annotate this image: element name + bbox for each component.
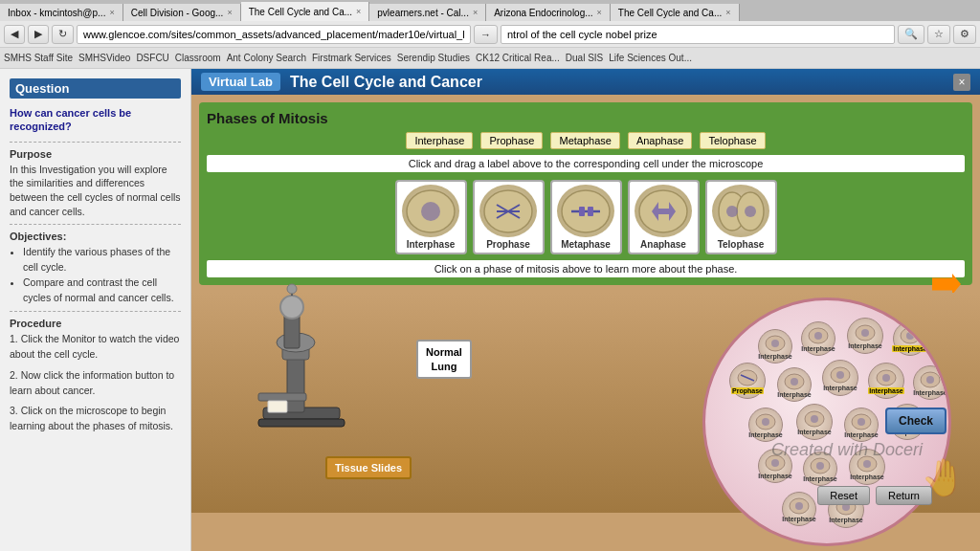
- tab-gmail[interactable]: Inbox - kmcintosh@p...×: [0, 4, 123, 21]
- cell-bubble: Interphase: [913, 365, 947, 400]
- cell-slot-3[interactable]: Anaphase: [628, 180, 700, 254]
- bookmark-ck12[interactable]: CK12 Critical Rea...: [476, 53, 560, 63]
- divider-3: [10, 311, 181, 312]
- cell-bubble: Interphase: [844, 408, 879, 442]
- cell-label-1: Prophase: [478, 239, 540, 250]
- procedure-title: Procedure: [10, 318, 181, 329]
- svg-point-1: [421, 202, 440, 221]
- microscope[interactable]: [206, 274, 397, 465]
- bookmark-classroom[interactable]: Classroom: [175, 53, 221, 63]
- objective-2: Compare and contrast the cell cycles of …: [23, 276, 181, 306]
- svg-point-32: [861, 329, 869, 337]
- phase-labels-container: Interphase Prophase Metaphase Anaphase T…: [207, 132, 965, 149]
- phases-panel: Phases of Mitosis Interphase Prophase Me…: [199, 102, 972, 285]
- bookmark-ant-colony[interactable]: Ant Colony Search: [227, 53, 306, 63]
- svg-point-40: [836, 371, 844, 379]
- svg-point-23: [287, 284, 297, 294]
- cell-image-4: [712, 185, 769, 237]
- cell-bubble: Interphase: [868, 363, 904, 399]
- cell-bubble: Interphase: [822, 360, 858, 396]
- doceri-watermark: Created with Doceri: [771, 440, 923, 460]
- svg-rect-26: [258, 419, 345, 427]
- cell-bubble: Interphase: [801, 321, 835, 356]
- bottom-buttons: Reset Return: [817, 486, 932, 505]
- normal-lung-label: NormalLung: [416, 340, 472, 379]
- bookmark-life-sciences[interactable]: Life Sciences Out...: [609, 53, 692, 63]
- cell-image-0: [402, 185, 459, 237]
- objective-1: Identify the various phases of the cell …: [23, 245, 181, 276]
- tab-arizona[interactable]: Arizona Endocrinolog...×: [486, 4, 611, 21]
- label-prophase[interactable]: Prophase: [480, 132, 543, 149]
- sidebar: Question How can cancer cells be recogni…: [0, 69, 191, 551]
- return-button[interactable]: Return: [876, 486, 932, 505]
- reset-button[interactable]: Reset: [817, 486, 870, 505]
- cell-label-3: Anaphase: [633, 239, 695, 250]
- svg-point-50: [858, 418, 865, 426]
- search-go-button[interactable]: 🔍: [898, 25, 924, 44]
- bookmark-video[interactable]: SMHSVideo: [78, 53, 130, 63]
- check-button[interactable]: Check: [885, 408, 947, 434]
- label-metaphase[interactable]: Metaphase: [550, 132, 619, 149]
- refresh-button[interactable]: ↻: [52, 25, 74, 44]
- cell-slot-0[interactable]: Interphase: [395, 180, 467, 254]
- svg-rect-8: [579, 207, 585, 216]
- svg-point-44: [926, 376, 934, 384]
- cell-bubble: Interphase: [796, 404, 833, 440]
- browser-chrome: Inbox - kmcintosh@p...× Cell Division - …: [0, 0, 980, 69]
- svg-rect-9: [588, 207, 593, 216]
- step-3: 3. Click on the microscope to begin lear…: [10, 404, 181, 434]
- svg-point-28: [771, 340, 779, 347]
- cell-image-2: [557, 185, 614, 237]
- tissue-slides-button[interactable]: Tissue Slides: [325, 456, 412, 479]
- cell-slot-4[interactable]: Telophase: [705, 180, 777, 254]
- nav-bar: ◀ ▶ ↻ → 🔍 ☆ ⚙: [0, 21, 980, 48]
- lab-scene: Tissue Slides NormalLung Interphase Inte…: [191, 293, 980, 513]
- tab-cell-division[interactable]: Cell Division - Goog...×: [123, 4, 241, 21]
- go-button[interactable]: →: [474, 25, 498, 44]
- bookmark-star[interactable]: ☆: [927, 25, 950, 44]
- svg-point-38: [791, 378, 798, 386]
- back-button[interactable]: ◀: [4, 25, 25, 44]
- question-section: How can cancer cells be recognized?: [10, 106, 181, 134]
- forward-button[interactable]: ▶: [28, 25, 49, 44]
- bookmark-staff[interactable]: SMHS Staff Site: [4, 53, 73, 63]
- bookmark-dsfcu[interactable]: DSFCU: [136, 53, 168, 63]
- label-anaphase[interactable]: Anaphase: [628, 132, 693, 149]
- tab-cell-cycle-2[interactable]: The Cell Cycle and Ca...×: [611, 4, 740, 21]
- tab-pvlearners[interactable]: pvlearners.net - Cal...×: [369, 4, 486, 21]
- tab-bar: Inbox - kmcintosh@p...× Cell Division - …: [0, 0, 980, 21]
- cell-bubble: Prophase: [729, 363, 766, 399]
- search-bar[interactable]: [501, 25, 895, 44]
- app-container: Question How can cancer cells be recogni…: [0, 69, 980, 551]
- app-header: Virtual Lab The Cell Cycle and Cancer ×: [191, 69, 980, 95]
- svg-point-34: [906, 332, 914, 340]
- cell-label-4: Telophase: [710, 239, 772, 250]
- cell-slot-1[interactable]: Prophase: [473, 180, 545, 254]
- question-text: How can cancer cells be recognized?: [10, 106, 181, 134]
- cell-bubble: Interphase: [893, 321, 927, 356]
- cell-bubble: Interphase: [748, 408, 783, 442]
- label-interphase[interactable]: Interphase: [406, 132, 473, 149]
- main-content: Virtual Lab The Cell Cycle and Cancer × …: [191, 69, 980, 551]
- svg-point-56: [816, 462, 824, 470]
- address-bar[interactable]: [77, 25, 471, 44]
- cell-label-2: Metaphase: [555, 239, 617, 250]
- purpose-title: Purpose: [10, 148, 181, 160]
- bookmarks-bar: SMHS Staff Site SMHSVideo DSFCU Classroo…: [0, 48, 980, 69]
- svg-point-60: [795, 502, 803, 510]
- bookmark-dual-sis[interactable]: Dual SIS: [566, 53, 603, 63]
- cell-bubble: Interphase: [758, 329, 792, 364]
- tab-cell-cycle-1[interactable]: The Cell Cycle and Ca...×: [241, 2, 370, 21]
- bookmark-serendip[interactable]: Serendip Studies: [397, 53, 470, 63]
- step-1: 1. Click the Monitor to watch the video …: [10, 332, 181, 363]
- close-button[interactable]: ×: [953, 74, 970, 91]
- label-telophase[interactable]: Telophase: [700, 132, 765, 149]
- cell-slot-2[interactable]: Metaphase: [550, 180, 622, 254]
- cell-image-1: [479, 185, 537, 237]
- svg-point-58: [863, 460, 871, 468]
- bookmark-firstmark[interactable]: Firstmark Services: [312, 53, 391, 63]
- phases-title: Phases of Mitosis: [207, 110, 965, 126]
- question-header: Question: [10, 78, 181, 99]
- settings-button[interactable]: ⚙: [953, 25, 976, 44]
- svg-rect-25: [268, 401, 287, 412]
